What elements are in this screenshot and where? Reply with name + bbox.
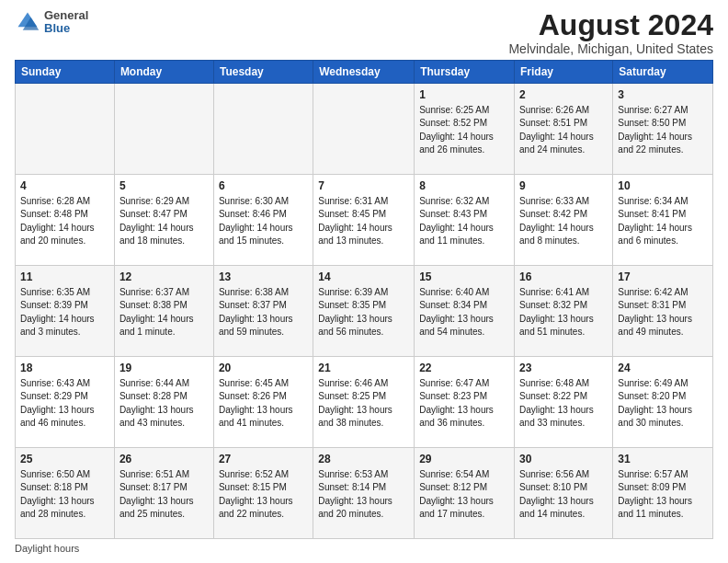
- day-info: Sunrise: 6:32 AM Sunset: 8:43 PM Dayligh…: [419, 195, 509, 248]
- day-number: 27: [219, 452, 308, 467]
- day-info: Sunrise: 6:45 AM Sunset: 8:26 PM Dayligh…: [219, 377, 308, 431]
- title-block: August 2024 Melvindale, Michigan, United…: [508, 9, 713, 56]
- calendar-week-4: 18Sunrise: 6:43 AM Sunset: 8:29 PM Dayli…: [16, 357, 713, 448]
- day-info: Sunrise: 6:38 AM Sunset: 8:37 PM Dayligh…: [219, 286, 308, 339]
- day-info: Sunrise: 6:49 AM Sunset: 8:20 PM Dayligh…: [618, 377, 708, 431]
- day-number: 11: [20, 270, 109, 285]
- day-info: Sunrise: 6:30 AM Sunset: 8:46 PM Dayligh…: [219, 195, 308, 248]
- calendar-cell: 27Sunrise: 6:52 AM Sunset: 8:15 PM Dayli…: [213, 448, 313, 539]
- day-info: Sunrise: 6:31 AM Sunset: 8:45 PM Dayligh…: [318, 195, 409, 248]
- day-info: Sunrise: 6:56 AM Sunset: 8:10 PM Dayligh…: [519, 468, 608, 522]
- calendar-cell: [16, 84, 115, 175]
- day-info: Sunrise: 6:33 AM Sunset: 8:42 PM Dayligh…: [519, 195, 608, 248]
- calendar-cell: 12Sunrise: 6:37 AM Sunset: 8:38 PM Dayli…: [114, 266, 213, 357]
- day-number: 20: [219, 361, 308, 376]
- page-title: August 2024: [508, 9, 713, 41]
- day-number: 12: [119, 270, 209, 285]
- day-number: 8: [419, 178, 509, 194]
- day-info: Sunrise: 6:42 AM Sunset: 8:31 PM Dayligh…: [618, 286, 708, 339]
- footer-note: Daylight hours: [15, 543, 713, 554]
- calendar-week-1: 1Sunrise: 6:25 AM Sunset: 8:52 PM Daylig…: [16, 84, 713, 175]
- calendar-cell: 23Sunrise: 6:48 AM Sunset: 8:22 PM Dayli…: [515, 357, 613, 448]
- day-number: 9: [519, 178, 608, 194]
- day-info: Sunrise: 6:37 AM Sunset: 8:38 PM Dayligh…: [119, 286, 209, 339]
- calendar-cell: 13Sunrise: 6:38 AM Sunset: 8:37 PM Dayli…: [213, 266, 313, 357]
- calendar-cell: 31Sunrise: 6:57 AM Sunset: 8:09 PM Dayli…: [613, 448, 713, 539]
- logo-text: General Blue: [44, 9, 88, 36]
- calendar-cell: 16Sunrise: 6:41 AM Sunset: 8:32 PM Dayli…: [515, 266, 613, 357]
- calendar-cell: 3Sunrise: 6:27 AM Sunset: 8:50 PM Daylig…: [613, 84, 713, 175]
- col-thursday: Thursday: [415, 61, 515, 84]
- day-number: 13: [219, 270, 308, 285]
- day-info: Sunrise: 6:26 AM Sunset: 8:51 PM Dayligh…: [519, 104, 608, 157]
- logo-blue: Blue: [44, 22, 88, 35]
- day-info: Sunrise: 6:54 AM Sunset: 8:12 PM Dayligh…: [419, 468, 509, 522]
- calendar-week-3: 11Sunrise: 6:35 AM Sunset: 8:39 PM Dayli…: [16, 266, 713, 357]
- calendar-cell: 18Sunrise: 6:43 AM Sunset: 8:29 PM Dayli…: [16, 357, 115, 448]
- col-sunday: Sunday: [16, 61, 115, 84]
- col-saturday: Saturday: [613, 61, 713, 84]
- calendar-cell: 9Sunrise: 6:33 AM Sunset: 8:42 PM Daylig…: [515, 175, 613, 266]
- calendar-cell: 5Sunrise: 6:29 AM Sunset: 8:47 PM Daylig…: [114, 175, 213, 266]
- day-number: 15: [419, 270, 509, 285]
- calendar-cell: 28Sunrise: 6:53 AM Sunset: 8:14 PM Dayli…: [313, 448, 415, 539]
- calendar-cell: 26Sunrise: 6:51 AM Sunset: 8:17 PM Dayli…: [114, 448, 213, 539]
- calendar-cell: 24Sunrise: 6:49 AM Sunset: 8:20 PM Dayli…: [613, 357, 713, 448]
- logo-general: General: [44, 9, 88, 22]
- day-number: 14: [318, 270, 409, 285]
- day-info: Sunrise: 6:39 AM Sunset: 8:35 PM Dayligh…: [318, 286, 409, 339]
- calendar-cell: 30Sunrise: 6:56 AM Sunset: 8:10 PM Dayli…: [515, 448, 613, 539]
- calendar-cell: 19Sunrise: 6:44 AM Sunset: 8:28 PM Dayli…: [114, 357, 213, 448]
- day-number: 29: [419, 452, 509, 467]
- day-number: 3: [618, 87, 708, 103]
- day-info: Sunrise: 6:28 AM Sunset: 8:48 PM Dayligh…: [20, 195, 109, 248]
- day-number: 24: [618, 361, 708, 376]
- day-number: 16: [519, 270, 608, 285]
- calendar-header-row: Sunday Monday Tuesday Wednesday Thursday…: [16, 61, 713, 84]
- col-wednesday: Wednesday: [313, 61, 415, 84]
- calendar-table: Sunday Monday Tuesday Wednesday Thursday…: [15, 60, 713, 539]
- day-info: Sunrise: 6:52 AM Sunset: 8:15 PM Dayligh…: [219, 468, 308, 522]
- day-number: 7: [318, 178, 409, 194]
- day-number: 25: [20, 452, 109, 467]
- day-number: 23: [519, 361, 608, 376]
- calendar-cell: 20Sunrise: 6:45 AM Sunset: 8:26 PM Dayli…: [213, 357, 313, 448]
- col-tuesday: Tuesday: [213, 61, 313, 84]
- day-info: Sunrise: 6:44 AM Sunset: 8:28 PM Dayligh…: [119, 377, 209, 431]
- day-number: 4: [20, 178, 109, 194]
- calendar-cell: [114, 84, 213, 175]
- day-info: Sunrise: 6:53 AM Sunset: 8:14 PM Dayligh…: [318, 468, 409, 522]
- logo-icon: [15, 9, 40, 35]
- calendar-week-2: 4Sunrise: 6:28 AM Sunset: 8:48 PM Daylig…: [16, 175, 713, 266]
- calendar-cell: 21Sunrise: 6:46 AM Sunset: 8:25 PM Dayli…: [313, 357, 415, 448]
- day-info: Sunrise: 6:48 AM Sunset: 8:22 PM Dayligh…: [519, 377, 608, 431]
- day-number: 1: [419, 87, 509, 103]
- day-info: Sunrise: 6:27 AM Sunset: 8:50 PM Dayligh…: [618, 104, 708, 157]
- calendar-cell: 14Sunrise: 6:39 AM Sunset: 8:35 PM Dayli…: [313, 266, 415, 357]
- calendar-cell: 15Sunrise: 6:40 AM Sunset: 8:34 PM Dayli…: [415, 266, 515, 357]
- calendar-cell: 2Sunrise: 6:26 AM Sunset: 8:51 PM Daylig…: [515, 84, 613, 175]
- calendar-cell: [313, 84, 415, 175]
- day-info: Sunrise: 6:35 AM Sunset: 8:39 PM Dayligh…: [20, 286, 109, 339]
- day-number: 21: [318, 361, 409, 376]
- day-number: 17: [618, 270, 708, 285]
- calendar-cell: 4Sunrise: 6:28 AM Sunset: 8:48 PM Daylig…: [16, 175, 115, 266]
- day-number: 30: [519, 452, 608, 467]
- calendar-cell: 10Sunrise: 6:34 AM Sunset: 8:41 PM Dayli…: [613, 175, 713, 266]
- day-info: Sunrise: 6:50 AM Sunset: 8:18 PM Dayligh…: [20, 468, 109, 522]
- calendar-cell: 6Sunrise: 6:30 AM Sunset: 8:46 PM Daylig…: [213, 175, 313, 266]
- day-info: Sunrise: 6:46 AM Sunset: 8:25 PM Dayligh…: [318, 377, 409, 431]
- day-info: Sunrise: 6:51 AM Sunset: 8:17 PM Dayligh…: [119, 468, 209, 522]
- day-info: Sunrise: 6:43 AM Sunset: 8:29 PM Dayligh…: [20, 377, 109, 431]
- calendar-cell: 8Sunrise: 6:32 AM Sunset: 8:43 PM Daylig…: [415, 175, 515, 266]
- day-number: 6: [219, 178, 308, 194]
- day-info: Sunrise: 6:25 AM Sunset: 8:52 PM Dayligh…: [419, 104, 509, 157]
- calendar-cell: 11Sunrise: 6:35 AM Sunset: 8:39 PM Dayli…: [16, 266, 115, 357]
- day-info: Sunrise: 6:40 AM Sunset: 8:34 PM Dayligh…: [419, 286, 509, 339]
- calendar-cell: 22Sunrise: 6:47 AM Sunset: 8:23 PM Dayli…: [415, 357, 515, 448]
- col-monday: Monday: [114, 61, 213, 84]
- calendar-cell: [213, 84, 313, 175]
- logo: General Blue: [15, 9, 88, 36]
- page: General Blue August 2024 Melvindale, Mic…: [0, 0, 728, 563]
- calendar-cell: 17Sunrise: 6:42 AM Sunset: 8:31 PM Dayli…: [613, 266, 713, 357]
